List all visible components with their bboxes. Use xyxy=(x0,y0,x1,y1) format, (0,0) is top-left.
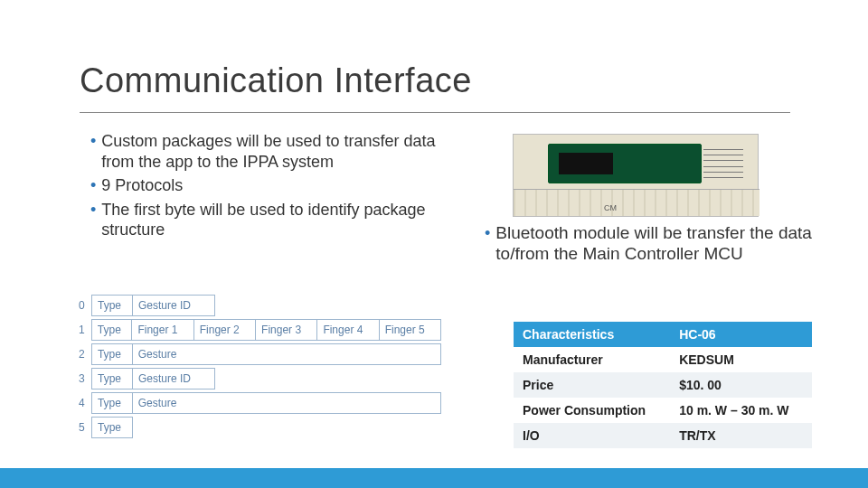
protocol-cell: Type xyxy=(91,343,133,365)
protocol-cell: Type xyxy=(91,295,133,316)
bullet-item: • 9 Protocols xyxy=(90,175,439,196)
table-cell: $10. 00 xyxy=(670,372,812,398)
protocol-row-index: 3 xyxy=(79,368,91,389)
protocol-cell: Type xyxy=(91,368,133,389)
protocol-row-index: 4 xyxy=(79,392,91,414)
slide-title: Communication Interface xyxy=(80,61,472,100)
table-cell: I/O xyxy=(514,423,670,448)
bullet-text: 9 Protocols xyxy=(101,175,439,196)
table-header-cell: Characteristics xyxy=(514,322,670,347)
table-header-row: Characteristics HC-06 xyxy=(514,322,812,347)
left-bullet-list: • Custom packages will be used to transf… xyxy=(90,131,439,244)
table-cell: KEDSUM xyxy=(670,347,812,372)
table-row: I/O TR/TX xyxy=(514,423,812,448)
protocol-cell: Gesture xyxy=(132,392,441,414)
bullet-text: Bluetooth module will be transfer the da… xyxy=(495,223,837,265)
protocol-cell: Type xyxy=(91,319,133,341)
bullet-text: The first byte will be used to identify … xyxy=(101,200,439,240)
bluetooth-module-image: CM xyxy=(513,134,759,217)
module-ruler-label: CM xyxy=(604,203,617,212)
bullet-dot-icon: • xyxy=(90,200,96,240)
slide: Communication Interface • Custom package… xyxy=(0,0,868,488)
bullet-dot-icon: • xyxy=(90,131,96,172)
protocol-cell: Gesture ID xyxy=(132,368,215,389)
protocol-cell: Finger 3 xyxy=(255,319,317,341)
protocol-cell: Finger 1 xyxy=(131,319,193,341)
protocol-row: 2 Type Gesture xyxy=(79,343,440,365)
table-cell: Power Consumption xyxy=(514,398,670,423)
table-row: Power Consumption 10 m. W – 30 m. W xyxy=(514,398,812,423)
bullet-text: Custom packages will be used to transfer… xyxy=(101,131,439,172)
table-cell: 10 m. W – 30 m. W xyxy=(670,398,812,423)
module-pins xyxy=(703,149,743,178)
bullet-item: • Custom packages will be used to transf… xyxy=(90,131,439,172)
protocol-diagram: 0 Type Gesture ID 1 Type Finger 1 Finger… xyxy=(79,295,440,441)
characteristics-table: Characteristics HC-06 Manufacturer KEDSU… xyxy=(514,322,812,448)
protocol-cell: Finger 4 xyxy=(316,319,379,341)
right-bullet-list: • Bluetooth module will be transfer the … xyxy=(485,223,837,268)
module-chip xyxy=(559,153,613,174)
protocol-row: 3 Type Gesture ID xyxy=(79,368,440,389)
module-ruler: CM xyxy=(514,189,760,216)
table-header-cell: HC-06 xyxy=(670,322,812,347)
protocol-cell: Type xyxy=(91,417,133,438)
bullet-dot-icon: • xyxy=(90,175,96,196)
protocol-row-index: 1 xyxy=(79,319,91,341)
protocol-cell: Gesture xyxy=(132,343,441,365)
title-underline xyxy=(80,112,790,113)
protocol-row-index: 2 xyxy=(79,343,91,365)
table-cell: Manufacturer xyxy=(514,347,670,372)
bullet-item: • Bluetooth module will be transfer the … xyxy=(485,223,837,265)
protocol-row-index: 0 xyxy=(79,295,91,316)
bullet-item: • The first byte will be used to identif… xyxy=(90,200,439,240)
table-row: Manufacturer KEDSUM xyxy=(514,347,812,372)
protocol-row-index: 5 xyxy=(79,417,91,438)
protocol-row: 5 Type xyxy=(79,417,440,438)
protocol-row: 1 Type Finger 1 Finger 2 Finger 3 Finger… xyxy=(79,319,440,341)
protocol-cell: Gesture ID xyxy=(132,295,215,316)
footer-bar xyxy=(0,468,868,488)
protocol-row: 4 Type Gesture xyxy=(79,392,440,414)
table-cell: Price xyxy=(514,372,670,398)
table-cell: TR/TX xyxy=(670,423,812,448)
protocol-row: 0 Type Gesture ID xyxy=(79,295,440,316)
protocol-cell: Type xyxy=(91,392,133,414)
protocol-cell: Finger 5 xyxy=(379,319,441,341)
table-row: Price $10. 00 xyxy=(514,372,812,398)
bullet-dot-icon: • xyxy=(485,223,490,265)
protocol-cell: Finger 2 xyxy=(193,319,256,341)
